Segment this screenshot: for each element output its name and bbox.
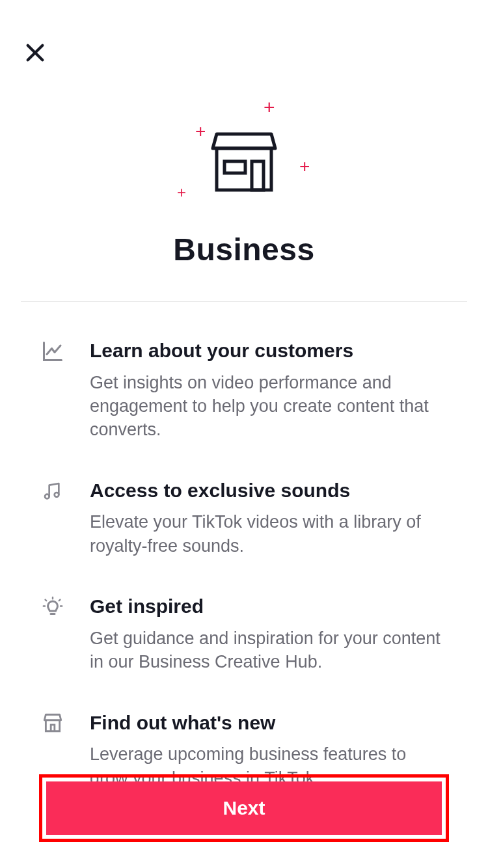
next-button-highlight: Next [39,774,449,842]
svg-rect-2 [252,161,264,190]
sparkle-icon: + [299,157,310,176]
svg-rect-1 [224,161,245,173]
svg-point-4 [55,493,59,497]
svg-point-3 [45,494,49,498]
analytics-icon [40,338,65,442]
feature-item-customers: Learn about your customers Get insights … [40,338,448,442]
close-button[interactable] [22,40,48,66]
feature-title: Find out what's new [90,711,448,735]
feature-title: Access to exclusive sounds [90,478,448,503]
business-onboarding-screen: + + + + Business Learn about your custom… [0,0,488,868]
next-button[interactable]: Next [46,781,442,835]
close-icon [24,42,46,64]
feature-desc: Elevate your TikTok videos with a librar… [90,510,448,558]
feature-item-inspired: Get inspired Get guidance and inspiratio… [40,594,448,673]
page-title: Business [0,232,488,267]
feature-item-sounds: Access to exclusive sounds Elevate your … [40,478,448,558]
sparkle-icon: + [177,185,186,200]
feature-title: Get inspired [90,594,448,619]
hero-illustration: + + + + [0,98,488,208]
features-list: Learn about your customers Get insights … [0,302,488,790]
sparkle-icon: + [195,122,206,141]
feature-desc: Get guidance and inspiration for your co… [90,627,448,674]
sparkle-icon: + [264,98,275,117]
lightbulb-icon [40,594,65,673]
feature-desc: Get insights on video performance and en… [90,371,448,442]
store-icon [208,130,280,195]
music-icon [40,478,65,558]
feature-title: Learn about your customers [90,338,448,363]
